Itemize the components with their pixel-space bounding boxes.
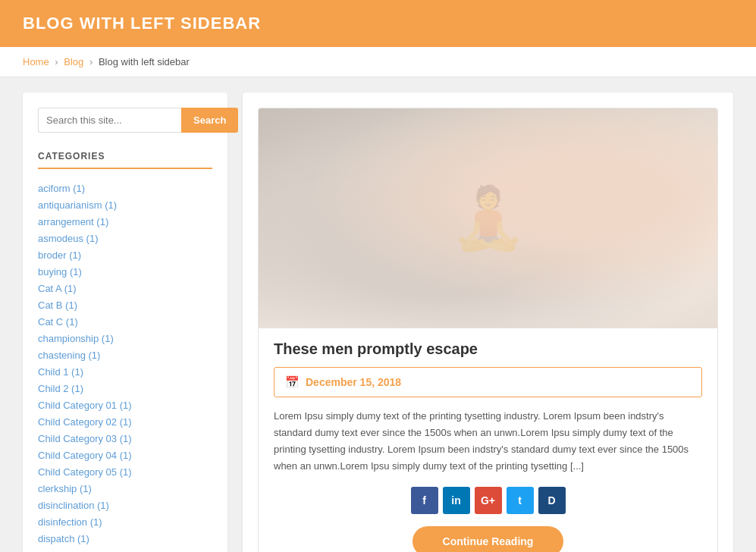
category-link[interactable]: Child Category 03 (1) <box>38 433 132 444</box>
category-link[interactable]: Child 1 (1) <box>38 366 83 378</box>
category-link[interactable]: Cat A (1) <box>38 283 77 294</box>
twitter-icon[interactable]: t <box>507 487 534 514</box>
list-item: Child Category 05 (1) <box>38 463 212 480</box>
post-excerpt: Lorem Ipsu simply dumy text of the print… <box>274 408 702 475</box>
list-item: championship (1) <box>38 330 212 347</box>
category-link[interactable]: disinfection (1) <box>38 516 102 528</box>
breadcrumb-blog[interactable]: Blog <box>64 56 83 67</box>
category-link[interactable]: Child Category 02 (1) <box>38 416 132 428</box>
list-item: arrangement (1) <box>38 213 212 230</box>
list-item: Child 1 (1) <box>38 363 212 380</box>
list-item: Child Category 04 (1) <box>38 447 212 463</box>
post-date: December 15, 2018 <box>306 376 401 388</box>
list-item: antiquarianism (1) <box>38 196 212 213</box>
category-link[interactable]: Child Category 04 (1) <box>38 450 132 461</box>
category-link[interactable]: chastening (1) <box>38 350 100 361</box>
post-title: These men promptly escape <box>274 340 702 358</box>
breadcrumb-sep2: › <box>89 56 93 67</box>
category-link[interactable]: Child Category 05 (1) <box>38 466 132 478</box>
category-link[interactable]: Child 2 (1) <box>38 383 83 394</box>
category-link[interactable]: asmodeus (1) <box>38 233 98 244</box>
list-item: Cat C (1) <box>38 313 212 330</box>
list-item: buying (1) <box>38 263 212 280</box>
category-link[interactable]: Child Category 01 (1) <box>38 400 132 411</box>
category-link[interactable]: championship (1) <box>38 333 114 344</box>
digg-icon[interactable]: D <box>538 487 566 514</box>
category-link[interactable]: dispatch (1) <box>38 533 89 544</box>
post-date-box: 📅 December 15, 2018 <box>274 367 702 397</box>
post-body: These men promptly escape 📅 December 15,… <box>259 328 717 552</box>
post-card: These men promptly escape 📅 December 15,… <box>258 108 718 552</box>
list-item: Cat A (1) <box>38 280 212 296</box>
content-area: These men promptly escape 📅 December 15,… <box>243 93 733 552</box>
search-button[interactable]: Search <box>181 108 238 133</box>
continue-reading-wrapper: Continue Reading <box>274 526 702 552</box>
category-link[interactable]: arrangement (1) <box>38 216 108 227</box>
category-link[interactable]: disinclination (1) <box>38 500 109 511</box>
list-item: broder (1) <box>38 246 212 263</box>
categories-heading: CATEGORIES <box>38 151 212 169</box>
page-title: BLOG WITH LEFT SIDEBAR <box>23 14 733 33</box>
list-item: Child Category 02 (1) <box>38 413 212 430</box>
category-link[interactable]: Cat B (1) <box>38 300 77 311</box>
categories-list: aciform (1)antiquarianism (1)arrangement… <box>38 180 212 547</box>
list-item: aciform (1) <box>38 180 212 196</box>
category-link[interactable]: broder (1) <box>38 249 81 261</box>
calendar-icon: 📅 <box>285 375 300 389</box>
social-bar: f in G+ t D <box>274 487 702 514</box>
main-container: Search CATEGORIES aciform (1)antiquarian… <box>0 77 756 552</box>
search-input[interactable] <box>38 108 181 133</box>
list-item: Child 2 (1) <box>38 380 212 397</box>
search-form: Search <box>38 108 212 133</box>
category-link[interactable]: clerkship (1) <box>38 483 92 494</box>
list-item: Child Category 03 (1) <box>38 430 212 447</box>
google-plus-icon[interactable]: G+ <box>475 487 502 514</box>
list-item: asmodeus (1) <box>38 230 212 246</box>
category-link[interactable]: antiquarianism (1) <box>38 199 117 211</box>
breadcrumb-current: Blog with left sidebar <box>99 56 190 67</box>
continue-reading-button[interactable]: Continue Reading <box>413 526 564 552</box>
list-item: chastening (1) <box>38 347 212 363</box>
facebook-icon[interactable]: f <box>411 487 438 514</box>
category-link[interactable]: Cat C (1) <box>38 316 78 328</box>
category-link[interactable]: buying (1) <box>38 266 82 278</box>
list-item: disinclination (1) <box>38 497 212 513</box>
sidebar: Search CATEGORIES aciform (1)antiquarian… <box>23 93 227 552</box>
list-item: dispatch (1) <box>38 530 212 547</box>
page-header: BLOG WITH LEFT SIDEBAR <box>0 0 756 47</box>
post-image <box>259 108 717 328</box>
breadcrumb: Home › Blog › Blog with left sidebar <box>0 47 756 77</box>
breadcrumb-sep1: › <box>55 56 58 67</box>
category-link[interactable]: aciform (1) <box>38 183 85 194</box>
list-item: disinfection (1) <box>38 513 212 530</box>
linkedin-icon[interactable]: in <box>443 487 470 514</box>
list-item: Child Category 01 (1) <box>38 397 212 413</box>
list-item: clerkship (1) <box>38 480 212 497</box>
breadcrumb-home[interactable]: Home <box>23 56 49 67</box>
list-item: Cat B (1) <box>38 296 212 313</box>
